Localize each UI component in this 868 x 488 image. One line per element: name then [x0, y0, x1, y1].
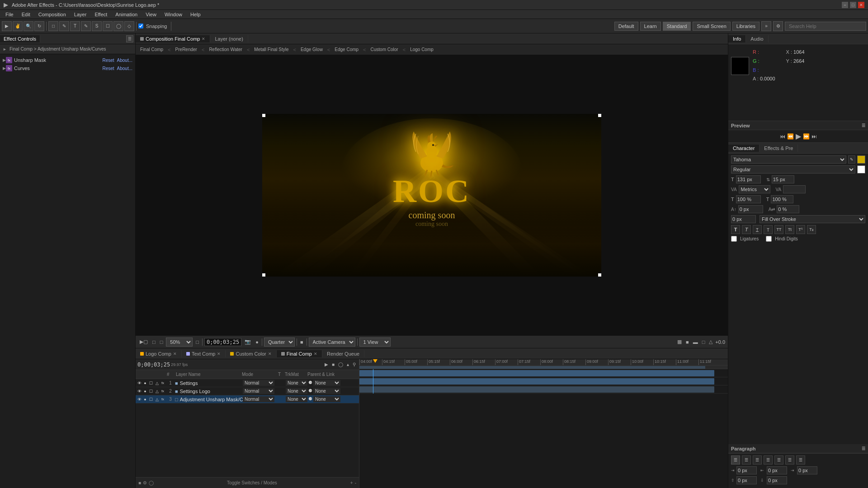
char-ligatures-check[interactable] [731, 236, 737, 242]
char-btn-bold[interactable]: T [731, 225, 740, 234]
tool-brush[interactable]: ✎ [81, 21, 91, 31]
rp-tab-character[interactable]: Character [728, 145, 760, 152]
workspace-libraries[interactable]: Libraries [732, 22, 760, 31]
work-area-range[interactable] [359, 366, 705, 369]
tl-tab-renderqueue[interactable]: Render Queue [322, 350, 364, 357]
rp-tab-audio[interactable]: Audio [746, 35, 768, 42]
char-kern-select[interactable]: Metrics [739, 185, 770, 193]
rp-tab-info[interactable]: Info [728, 35, 746, 42]
info-color-swatch[interactable] [731, 48, 749, 84]
prev-play[interactable]: ▶ [796, 132, 801, 141]
workspace-standard[interactable]: Standard [663, 22, 691, 31]
tl-ctrl-motion-blur[interactable]: ◯ [337, 361, 344, 367]
tool-zoom[interactable]: 🔍 [24, 21, 33, 31]
tl-ctrl-graph[interactable]: ▴ [345, 361, 350, 367]
char-font-size-input[interactable] [736, 175, 761, 183]
search-help-input[interactable] [785, 22, 866, 31]
layer-2-parent-pick[interactable]: ⚈ [308, 388, 312, 394]
viewnav-prerender[interactable]: PreRender [173, 46, 200, 53]
paragraph-section-header[interactable]: Paragraph ☰ [728, 444, 868, 453]
preview-options[interactable]: ☰ [862, 123, 865, 128]
para-align-right[interactable]: ☰ [753, 455, 762, 465]
char-hindi-check[interactable] [766, 236, 772, 242]
tl-tab-close-logo[interactable]: ✕ [173, 352, 177, 356]
tl-footer-zoom-out[interactable]: - [355, 480, 356, 485]
effect-reset-2[interactable]: Reset [102, 66, 114, 71]
para-right-indent[interactable] [767, 466, 787, 474]
tl-timecode[interactable]: 0;00;03;25 [137, 361, 170, 368]
tl-tab-text[interactable]: Text Comp ✕ [182, 350, 226, 357]
vctrl-grid[interactable]: ▦ [676, 338, 683, 345]
window-controls[interactable]: − □ ✕ [842, 2, 864, 8]
tl-ctrl-draft[interactable]: ■ [330, 361, 336, 367]
tab-effect-controls[interactable]: Effect Controls [0, 35, 40, 42]
layer-2-trimat-select[interactable]: None [286, 388, 307, 394]
tool-select[interactable]: ▶ [2, 21, 12, 31]
workspace-default[interactable]: Default [614, 22, 638, 31]
layer-3-mode-select[interactable]: Normal [243, 396, 274, 402]
tool-rotate[interactable]: ↻ [34, 21, 44, 31]
workspace-learn[interactable]: Learn [640, 22, 661, 31]
workspace-more[interactable]: » [761, 21, 771, 31]
layer-3-solo[interactable]: ● [142, 397, 148, 402]
vctrl-quality-select[interactable]: QuarterHalfFull [264, 338, 295, 347]
viewnav-metallfinal[interactable]: Metall Final Style [251, 46, 291, 53]
layer-1-lock[interactable]: ☐ [148, 380, 154, 386]
char-vscale-input[interactable] [771, 195, 793, 203]
tool-clone[interactable]: S [92, 21, 102, 31]
layer-1-solo[interactable]: ● [142, 380, 148, 386]
menu-help[interactable]: Help [187, 11, 204, 18]
vctrl-view-select[interactable]: 1 View2 Views [359, 338, 391, 347]
corner-handle-tl[interactable] [262, 114, 265, 117]
tl-footer-new-solid[interactable]: ■ [138, 480, 141, 485]
menu-animation[interactable]: Animation [112, 11, 141, 18]
vctrl-rulers[interactable]: ■ [684, 339, 690, 345]
layer-1-trimat-select[interactable]: None [286, 380, 307, 386]
layer-3-parent-pick[interactable]: ⚈ [308, 396, 312, 402]
char-btn-strike[interactable]: Ț [764, 225, 773, 234]
menu-composition[interactable]: Composition [35, 11, 70, 18]
snapping-checkbox[interactable] [138, 23, 143, 28]
effect-expand-2[interactable]: ▶ [3, 66, 6, 70]
vctrl-3d-renderer[interactable]: △ [708, 338, 714, 345]
tool-roto[interactable]: ◯ [113, 21, 123, 31]
rp-tab-effects-pre[interactable]: Effects & Pre [760, 145, 798, 152]
tl-footer-motion-blur[interactable]: ◯ [149, 480, 154, 485]
panel-left-options[interactable]: ☰ [126, 35, 133, 42]
vctrl-region[interactable]: □ [151, 339, 157, 345]
layer-2-lock[interactable]: ☐ [148, 389, 154, 394]
vctrl-transparency[interactable]: □ [159, 339, 165, 345]
tl-tab-close-custom[interactable]: ✕ [268, 352, 272, 356]
para-justify-center[interactable]: ☰ [774, 455, 783, 465]
prev-goto-end[interactable]: ⏭ [811, 133, 817, 140]
tool-puppet[interactable]: ◇ [124, 21, 134, 31]
layer-3-visibility[interactable]: 👁 [137, 397, 142, 402]
vctrl-camera-select[interactable]: Active Camera [309, 338, 355, 347]
maximize-button[interactable]: □ [850, 2, 856, 8]
comp-tab-close-final[interactable]: ✕ [202, 37, 205, 41]
tl-tab-logo[interactable]: Logo Comp ✕ [136, 350, 182, 357]
tl-tab-close-text[interactable]: ✕ [217, 352, 221, 356]
tl-footer-zoom-in[interactable]: + [350, 480, 353, 485]
effect-about-2[interactable]: About... [117, 66, 132, 71]
layer-3-shy[interactable]: △ [154, 397, 160, 402]
paragraph-options[interactable]: ☰ [862, 446, 865, 451]
para-align-left[interactable]: ☰ [731, 455, 740, 465]
tl-ctrl-search[interactable]: ⚲ [351, 361, 357, 367]
layer-2-parent-select[interactable]: None [313, 388, 340, 394]
layer-1-shy[interactable]: △ [154, 380, 160, 386]
viewnav-finalcomp[interactable]: Final Comp [137, 46, 166, 53]
layer-2-fx[interactable]: fx [160, 389, 165, 394]
layer-2-solo[interactable]: ● [142, 389, 148, 394]
viewnav-logocomp[interactable]: Logo Comp [407, 46, 436, 53]
char-font-edit[interactable]: ✎ [848, 155, 855, 164]
minimize-button[interactable]: − [842, 2, 848, 8]
menu-effect[interactable]: Effect [91, 11, 111, 18]
prev-step-fwd[interactable]: ⏩ [803, 133, 810, 140]
workspace-search[interactable]: ⚙ [773, 21, 783, 31]
layer-1-mode-select[interactable]: Normal [243, 380, 274, 386]
char-stroke-color[interactable] [857, 165, 865, 174]
char-btn-super[interactable]: T⁵ [796, 225, 805, 234]
layer-1-parent-select[interactable]: None [313, 380, 340, 386]
workspace-smallscreen[interactable]: Small Screen [693, 22, 730, 31]
